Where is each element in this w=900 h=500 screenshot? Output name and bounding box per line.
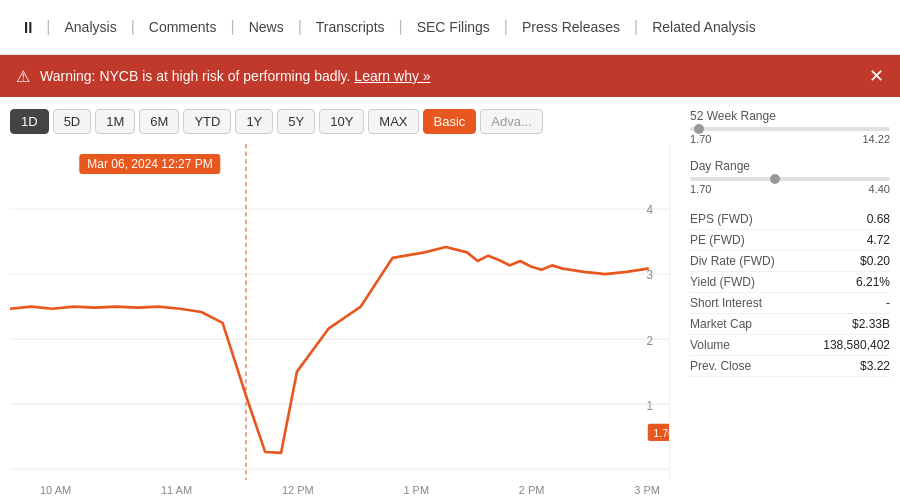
- nav-item-all[interactable]: ll: [10, 0, 46, 55]
- stat-label-yield: Yield (FWD): [690, 275, 755, 289]
- nav-item-news[interactable]: News: [235, 0, 298, 55]
- week-range-high: 14.22: [862, 133, 890, 145]
- day-range-dot: [770, 174, 780, 184]
- stat-label-pe: PE (FWD): [690, 233, 745, 247]
- stat-value-pe: 4.72: [867, 233, 890, 247]
- stat-row-pe: PE (FWD) 4.72: [690, 230, 890, 251]
- stat-row-market-cap: Market Cap $2.33B: [690, 314, 890, 335]
- stat-value-market-cap: $2.33B: [852, 317, 890, 331]
- time-btn-ytd[interactable]: YTD: [183, 109, 231, 134]
- x-axis: 10 AM 11 AM 12 PM 1 PM 2 PM 3 PM: [10, 480, 670, 496]
- stat-label-short-interest: Short Interest: [690, 296, 762, 310]
- nav-item-press-releases[interactable]: Press Releases: [508, 0, 634, 55]
- day-range-label: Day Range: [690, 159, 890, 173]
- nav-item-related-analysis[interactable]: Related Analysis: [638, 0, 770, 55]
- svg-text:4: 4: [647, 203, 654, 217]
- nav-item-sec-filings[interactable]: SEC Filings: [403, 0, 504, 55]
- svg-text:1: 1: [647, 398, 653, 412]
- stat-label-eps: EPS (FWD): [690, 212, 753, 226]
- stat-value-short-interest: -: [886, 296, 890, 310]
- chart-svg: 4 3 2 1 1.76: [10, 144, 669, 480]
- time-btn-1y[interactable]: 1Y: [235, 109, 273, 134]
- chart-tooltip: Mar 06, 2024 12:27 PM: [79, 154, 220, 174]
- chart-container[interactable]: Mar 06, 2024 12:27 PM 4 3 2 1: [10, 144, 670, 480]
- stat-value-div-rate: $0.20: [860, 254, 890, 268]
- stat-label-prev-close: Prev. Close: [690, 359, 751, 373]
- nav-bar: ll | Analysis | Comments | News | Transc…: [0, 0, 900, 55]
- stat-row-yield: Yield (FWD) 6.21%: [690, 272, 890, 293]
- time-btn-1d[interactable]: 1D: [10, 109, 49, 134]
- stat-label-volume: Volume: [690, 338, 730, 352]
- day-range-low: 1.70: [690, 183, 711, 195]
- time-btn-max[interactable]: MAX: [368, 109, 418, 134]
- nav-item-comments[interactable]: Comments: [135, 0, 231, 55]
- time-btn-6m[interactable]: 6M: [139, 109, 179, 134]
- time-btn-1m[interactable]: 1M: [95, 109, 135, 134]
- day-range-labels: 1.70 4.40: [690, 183, 890, 195]
- svg-text:2: 2: [647, 333, 653, 347]
- week-range-bar: [690, 127, 890, 131]
- week-range-dot: [694, 124, 704, 134]
- x-label-12pm: 12 PM: [282, 484, 314, 496]
- svg-text:3: 3: [647, 268, 654, 282]
- warning-banner: ⚠ Warning: NYCB is at high risk of perfo…: [0, 55, 900, 97]
- week-range-labels: 1.70 14.22: [690, 133, 890, 145]
- time-buttons-row: 1D 5D 1M 6M YTD 1Y 5Y 10Y MAX Basic Adva…: [10, 109, 670, 134]
- nav-item-analysis[interactable]: Analysis: [51, 0, 131, 55]
- time-btn-5d[interactable]: 5D: [53, 109, 92, 134]
- chart-area: 1D 5D 1M 6M YTD 1Y 5Y 10Y MAX Basic Adva…: [0, 97, 900, 496]
- x-label-10am: 10 AM: [40, 484, 71, 496]
- x-label-1pm: 1 PM: [403, 484, 429, 496]
- x-label-3pm: 3 PM: [634, 484, 660, 496]
- time-btn-10y[interactable]: 10Y: [319, 109, 364, 134]
- view-btn-advanced[interactable]: Adva...: [480, 109, 542, 134]
- warning-text: Warning: NYCB is at high risk of perform…: [40, 68, 869, 84]
- day-range-section: Day Range 1.70 4.40: [690, 159, 890, 195]
- stat-value-prev-close: $3.22: [860, 359, 890, 373]
- warning-close-button[interactable]: ✕: [869, 65, 884, 87]
- view-btn-basic[interactable]: Basic: [423, 109, 477, 134]
- time-btn-5y[interactable]: 5Y: [277, 109, 315, 134]
- stat-row-eps: EPS (FWD) 0.68: [690, 209, 890, 230]
- stat-label-div-rate: Div Rate (FWD): [690, 254, 775, 268]
- stat-row-div-rate: Div Rate (FWD) $0.20: [690, 251, 890, 272]
- warning-icon: ⚠: [16, 67, 30, 86]
- week-range-low: 1.70: [690, 133, 711, 145]
- svg-text:1.76: 1.76: [653, 427, 669, 439]
- stat-row-short-interest: Short Interest -: [690, 293, 890, 314]
- day-range-bar: [690, 177, 890, 181]
- chart-left: 1D 5D 1M 6M YTD 1Y 5Y 10Y MAX Basic Adva…: [10, 109, 670, 496]
- day-range-high: 4.40: [869, 183, 890, 195]
- learn-why-link[interactable]: Learn why »: [354, 68, 430, 84]
- stat-value-eps: 0.68: [867, 212, 890, 226]
- chart-right: 52 Week Range 1.70 14.22 Day Range 1.70 …: [670, 109, 890, 496]
- week-range-label: 52 Week Range: [690, 109, 890, 123]
- stat-value-yield: 6.21%: [856, 275, 890, 289]
- x-label-2pm: 2 PM: [519, 484, 545, 496]
- x-label-11am: 11 AM: [161, 484, 192, 496]
- stat-row-prev-close: Prev. Close $3.22: [690, 356, 890, 377]
- week-range-section: 52 Week Range 1.70 14.22: [690, 109, 890, 145]
- stat-rows: EPS (FWD) 0.68 PE (FWD) 4.72 Div Rate (F…: [690, 209, 890, 377]
- stat-value-volume: 138,580,402: [823, 338, 890, 352]
- nav-item-transcripts[interactable]: Transcripts: [302, 0, 399, 55]
- stat-row-volume: Volume 138,580,402: [690, 335, 890, 356]
- stat-label-market-cap: Market Cap: [690, 317, 752, 331]
